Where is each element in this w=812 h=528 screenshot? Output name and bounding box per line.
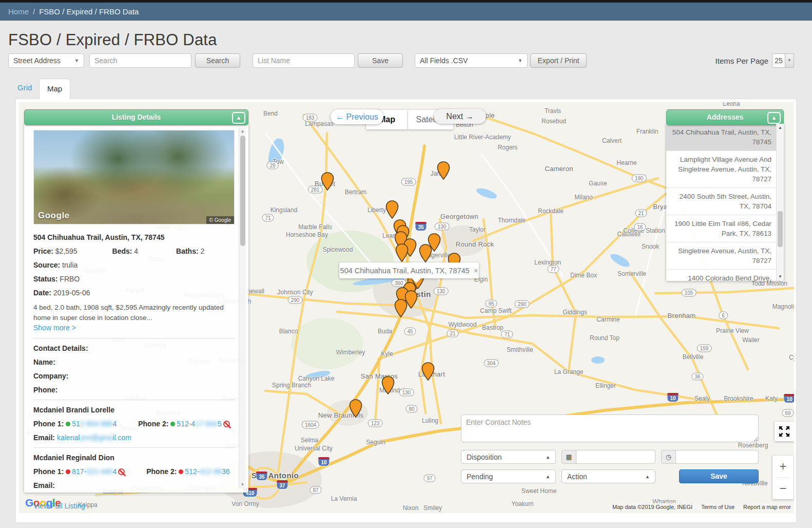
app-root: Home/FSBO / Expired / FRBO Data FSBO / E… — [0, 0, 812, 528]
tab-map[interactable]: Map — [39, 79, 70, 99]
scroll-down-icon[interactable]: ▼ — [777, 273, 784, 280]
phone-link[interactable]: 512-904-9864 — [72, 420, 117, 428]
items-per-page-value[interactable]: 25 — [772, 53, 785, 68]
map-label-brenham: Brenham — [668, 312, 696, 319]
save-note-button[interactable]: Save — [679, 469, 759, 483]
map-label-katy: Katy — [765, 395, 778, 402]
tab-grid[interactable]: Grid — [17, 83, 32, 92]
fullscreen-button[interactable] — [775, 422, 794, 441]
search-field-select[interactable]: Street Address▼ — [8, 53, 84, 68]
map-label-taylor: Taylor — [469, 226, 486, 233]
highway-shield-36: 36 — [691, 373, 703, 381]
search-input[interactable] — [89, 53, 191, 68]
collapse-panel-icon[interactable]: ▲ — [232, 112, 245, 124]
map-label-franklin: Franklin — [636, 128, 659, 135]
time-input[interactable] — [676, 450, 759, 464]
listing-address: 504 Chihuahua Trail, Austin, TX, 78745 — [33, 233, 235, 241]
scrollbar-thumb[interactable] — [778, 211, 783, 247]
collapse-panel-icon[interactable]: ▲ — [767, 112, 781, 124]
map-label-rosebud: Rosebud — [542, 118, 566, 125]
chevron-down-icon: ▼ — [74, 58, 79, 63]
address-list-item[interactable]: 2400 South 5th Street, Austin, TX, 78704 — [666, 188, 784, 215]
map-marker[interactable] — [394, 299, 408, 317]
report-map-error-link[interactable]: Report a map error — [743, 504, 791, 510]
map-label-leona: Leona — [723, 102, 740, 107]
export-print-button[interactable]: Export / Print — [530, 53, 587, 68]
listing-photo: Google © Google — [33, 130, 235, 224]
scroll-down-icon[interactable]: ▼ — [239, 481, 246, 488]
listing-price-row: Price: $2,595 Beds: 4 Baths: 2 — [33, 247, 235, 255]
addresses-header[interactable]: Addresses ▲ — [666, 109, 784, 125]
next-button[interactable]: Next → — [434, 109, 486, 124]
map-data-credit: Map data ©2019 Google, INEGI — [612, 504, 692, 510]
map-marker[interactable] — [437, 161, 450, 180]
map-marker[interactable] — [381, 376, 395, 394]
chevron-down-icon: ▼ — [518, 58, 523, 63]
address-list-item[interactable]: 1400 Colorado Bend Drive, — [666, 270, 784, 281]
highway-shield-130: 130 — [434, 288, 449, 295]
highway-shield-105: 105 — [682, 289, 697, 297]
listing-panel-scrollbar[interactable]: ▲ ▼ — [239, 128, 245, 488]
scroll-up-icon[interactable]: ▲ — [777, 124, 784, 131]
address-list-item[interactable]: Singletree Avenue, Austin, TX, 78727 — [666, 242, 784, 270]
listing-details-header[interactable]: Listing Details ▲ — [24, 109, 248, 125]
breadcrumb-home-link[interactable]: Home — [8, 7, 29, 16]
scroll-up-icon[interactable]: ▲ — [239, 128, 246, 135]
map-label-bellville: Bellville — [683, 353, 704, 361]
contact-notes-textarea[interactable] — [461, 414, 759, 442]
show-more-link[interactable]: Show more > — [33, 324, 76, 332]
map-marker[interactable] — [419, 244, 432, 262]
map-marker[interactable] — [349, 399, 362, 418]
zoom-out-button[interactable]: − — [772, 478, 794, 499]
scrollbar-thumb[interactable] — [240, 136, 245, 246]
phone-status-dot — [66, 469, 70, 474]
listing-status-row: Status: FRBO — [33, 275, 235, 283]
photo-credit: © Google — [206, 216, 234, 224]
date-input[interactable] — [576, 450, 655, 464]
view-full-listing-link[interactable]: View Full Listing — [33, 502, 85, 510]
disposition-select[interactable]: Disposition▲ — [461, 450, 556, 464]
map-marker[interactable] — [385, 200, 399, 219]
map-label-kingsland: Kingsland — [270, 206, 298, 214]
save-list-button[interactable]: Save — [358, 53, 403, 68]
map-marker[interactable] — [321, 172, 334, 191]
map-marker[interactable] — [421, 362, 435, 381]
export-format-select[interactable]: All Fields .CSV▼ — [415, 53, 528, 68]
highway-shield-290: 290 — [515, 300, 530, 308]
map-marker[interactable] — [395, 243, 409, 262]
map-label-spring-branch: Spring Branch — [272, 382, 311, 389]
items-per-page-caret[interactable]: ▼ — [785, 53, 794, 68]
search-button[interactable]: Search — [195, 53, 240, 68]
status-select[interactable]: Pending▲ — [461, 469, 556, 483]
map-label-horseshoe-bay: Horseshoe Bay — [286, 231, 328, 238]
tooltip-close-icon[interactable]: × — [474, 266, 478, 275]
map-tooltip: 504 Chihuahua Trail, Austin, TX, 78745 × — [339, 262, 479, 278]
map-label-waller: Waller — [742, 336, 760, 344]
map-label-round-top: Round Top — [590, 334, 620, 342]
google-watermark: Google — [38, 211, 70, 221]
phone-link[interactable]: 512-412-9836 — [185, 467, 229, 476]
map-label-todd-mission: Todd Mission — [751, 280, 787, 287]
map-label-bastrop: Bastrop — [482, 324, 503, 331]
phone-link[interactable]: 817-521-4454 — [72, 467, 117, 476]
highway-shield-77: 77 — [547, 266, 559, 273]
highway-shield-95: 95 — [485, 300, 497, 308]
terms-of-use-link[interactable]: Terms of Use — [701, 504, 734, 510]
zoom-in-button[interactable]: + — [772, 456, 794, 477]
map-label-blanco: Blanco — [279, 328, 298, 335]
list-name-input[interactable] — [253, 53, 355, 68]
map-label-cypre: Cypre — [789, 354, 794, 361]
map-label-travis: Travis — [545, 107, 561, 115]
beds-value: 4 — [134, 247, 138, 255]
phone-link[interactable]: 512-417-9445 — [177, 420, 221, 428]
previous-button[interactable]: ← Previous — [331, 109, 383, 124]
action-select[interactable]: Action▲ — [562, 469, 655, 483]
interstate-shield-37: 37 — [276, 480, 288, 489]
address-list-item[interactable]: Lamplight Village Avenue And Singletree … — [666, 151, 784, 188]
email-link[interactable]: kalenalynn@gmail.com — [57, 433, 131, 442]
map-canvas[interactable]: BendLampasasTempleBeltonTravisRosebudLeo… — [19, 102, 794, 513]
address-list-item[interactable]: 1900 Little Elm Trail #86, Cedar Park, T… — [666, 215, 784, 242]
map-label-universal-city: Universal City — [295, 445, 333, 452]
addresses-scrollbar[interactable]: ▲ ▼ — [776, 124, 784, 281]
address-list-item[interactable]: 504 Chihuahua Trail, Austin, TX, 78745 — [666, 124, 784, 151]
